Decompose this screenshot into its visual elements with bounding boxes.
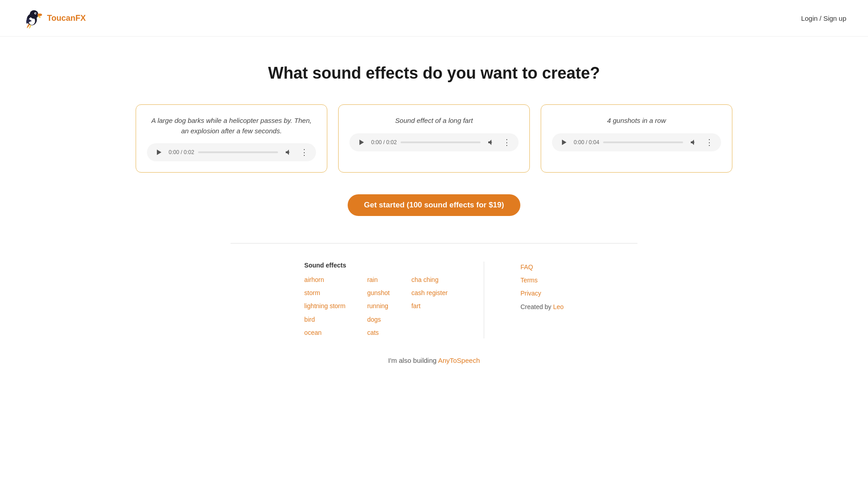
footer-link-terms[interactable]: Terms <box>520 275 564 286</box>
footer-link-dogs[interactable]: dogs <box>367 314 390 325</box>
toucan-logo-icon <box>22 7 43 29</box>
cta-section: Get started (100 sound effects for $19) <box>136 194 732 216</box>
section-divider <box>231 243 637 244</box>
created-by-prefix: Created by <box>520 303 553 310</box>
audio-player-3: 0:00 / 0:04 ⋮ <box>552 133 721 151</box>
header: ToucanFX Login / Sign up <box>0 0 868 37</box>
footer-links: Sound effects airhorn storm lightning st… <box>136 262 732 338</box>
svg-marker-5 <box>157 150 161 155</box>
footer-col-1: airhorn storm lightning storm bird ocean <box>304 274 345 338</box>
volume-icon-3 <box>689 139 697 146</box>
footer-link-gunshot[interactable]: gunshot <box>367 287 390 299</box>
time-display-2: 0:00 / 0:02 <box>371 139 397 145</box>
volume-button-2[interactable] <box>484 136 497 149</box>
progress-track-3[interactable] <box>603 141 683 143</box>
more-button-3[interactable]: ⋮ <box>703 136 716 149</box>
footer-link-bird[interactable]: bird <box>304 314 345 325</box>
footer-link-fart[interactable]: fart <box>411 300 448 312</box>
svg-marker-7 <box>562 140 566 145</box>
svg-point-2 <box>30 10 38 19</box>
svg-marker-6 <box>359 140 364 145</box>
audio-card-1-description: A large dog barks while a helicopter pas… <box>147 116 316 136</box>
also-building-section: I'm also building AnyToSpeech <box>136 357 732 364</box>
footer-sound-effects-group: Sound effects airhorn storm lightning st… <box>304 262 448 338</box>
page-title: What sound effects do you want to create… <box>136 64 732 83</box>
more-button-2[interactable]: ⋮ <box>500 136 513 149</box>
anytospeech-link[interactable]: AnyToSpeech <box>438 357 480 364</box>
play-button-1[interactable] <box>152 146 165 159</box>
play-button-2[interactable] <box>355 136 368 149</box>
logo-text: ToucanFX <box>47 14 86 23</box>
creator-link[interactable]: Leo <box>553 303 564 310</box>
logo-area[interactable]: ToucanFX <box>22 7 86 29</box>
footer-col-4: FAQ Terms Privacy Created by Leo <box>520 262 564 338</box>
created-by-text: Created by Leo <box>520 301 564 313</box>
login-signup-link[interactable]: Login / Sign up <box>801 14 846 22</box>
audio-cards-container: A large dog barks while a helicopter pas… <box>136 104 732 173</box>
audio-player-2: 0:00 / 0:02 ⋮ <box>349 133 519 151</box>
svg-point-4 <box>35 13 36 14</box>
footer-link-cash-register[interactable]: cash register <box>411 287 448 299</box>
time-display-3: 0:00 / 0:04 <box>574 139 599 145</box>
footer-link-storm[interactable]: storm <box>304 287 345 299</box>
play-icon-1 <box>155 149 162 156</box>
footer-link-rain[interactable]: rain <box>367 274 390 286</box>
footer-link-running[interactable]: running <box>367 300 390 312</box>
play-icon-3 <box>560 139 567 146</box>
audio-card-3-description: 4 gunshots in a row <box>552 116 721 126</box>
footer-link-lightning-storm[interactable]: lightning storm <box>304 300 345 312</box>
volume-icon-1 <box>284 149 292 156</box>
footer-link-privacy[interactable]: Privacy <box>520 288 564 299</box>
audio-card-2-description: Sound effect of a long fart <box>349 116 519 126</box>
footer-link-airhorn[interactable]: airhorn <box>304 274 345 286</box>
audio-player-1: 0:00 / 0:02 ⋮ <box>147 143 316 161</box>
progress-track-2[interactable] <box>401 141 481 143</box>
more-button-1[interactable]: ⋮ <box>298 146 311 159</box>
sound-effects-cols: airhorn storm lightning storm bird ocean… <box>304 274 448 338</box>
footer-vertical-divider <box>484 262 484 338</box>
time-display-1: 0:00 / 0:02 <box>169 149 194 155</box>
cta-button[interactable]: Get started (100 sound effects for $19) <box>348 194 520 216</box>
main-content: What sound effects do you want to create… <box>118 37 750 391</box>
footer-link-ocean[interactable]: ocean <box>304 327 345 338</box>
footer-link-faq[interactable]: FAQ <box>520 262 564 273</box>
audio-card-1: A large dog barks while a helicopter pas… <box>136 104 327 173</box>
volume-button-3[interactable] <box>687 136 699 149</box>
audio-card-3: 4 gunshots in a row 0:00 / 0:04 ⋮ <box>541 104 732 173</box>
volume-icon-2 <box>487 139 494 146</box>
play-button-3[interactable] <box>557 136 570 149</box>
footer-link-cha-ching[interactable]: cha ching <box>411 274 448 286</box>
progress-track-1[interactable] <box>198 151 278 153</box>
audio-card-2: Sound effect of a long fart 0:00 / 0:02 … <box>338 104 530 173</box>
footer-col-3: cha ching cash register fart <box>411 274 448 338</box>
sound-effects-title: Sound effects <box>304 262 448 269</box>
play-icon-2 <box>358 139 365 146</box>
footer-link-cats[interactable]: cats <box>367 327 390 338</box>
footer-col-2: rain gunshot running dogs cats <box>367 274 390 338</box>
volume-button-1[interactable] <box>282 146 294 159</box>
also-building-text: I'm also building <box>388 357 438 364</box>
